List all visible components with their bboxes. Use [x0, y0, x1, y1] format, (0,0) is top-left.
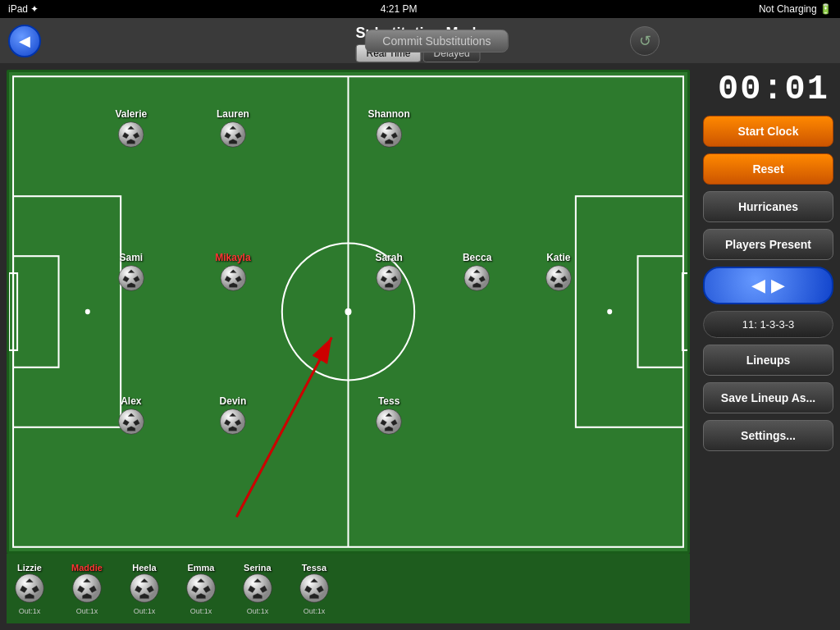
bench-player-ball-heela: [130, 573, 159, 606]
player-ball-mikayla: [220, 265, 246, 294]
bench-player-name-maddie: Maddie: [71, 563, 103, 573]
bench-player-heela[interactable]: Heela Out:1x: [130, 563, 159, 615]
content-area: Valerie Lauren: [0, 63, 840, 630]
bench-player-ball-serina: [243, 573, 272, 606]
bench-player-ball-emma: [186, 573, 216, 606]
player-sami[interactable]: Sami: [118, 252, 144, 294]
player-shannon[interactable]: Shannon: [368, 108, 409, 151]
player-lauren[interactable]: Lauren: [217, 108, 249, 151]
status-center: 4:21 PM: [381, 3, 418, 15]
svg-rect-10: [682, 273, 687, 350]
bench-player-serina[interactable]: Serina Out:1x: [243, 563, 272, 615]
player-name-becca: Becca: [463, 252, 491, 263]
bench-player-sub-emma: Out:1x: [190, 607, 212, 615]
save-lineup-button[interactable]: Save Lineup As...: [703, 382, 833, 413]
bench-player-sub-maddie: Out:1x: [76, 607, 98, 615]
player-ball-alex: [118, 409, 144, 438]
start-clock-button[interactable]: Start Clock: [703, 116, 833, 147]
svg-point-3: [345, 308, 351, 315]
bench-player-sub-tessa: Out:1x: [304, 607, 326, 615]
bench-player-sub-serina: Out:1x: [247, 607, 269, 615]
bench-player-ball-maddie: [72, 573, 102, 606]
player-name-tess: Tess: [378, 395, 399, 407]
main-container: Substitution Mode Real Time Delayed Comm…: [0, 18, 840, 630]
player-ball-tess: [376, 409, 402, 438]
bench-player-sub-heela: Out:1x: [134, 607, 156, 615]
svg-point-11: [607, 309, 612, 314]
svg-rect-9: [637, 256, 682, 368]
settings-button[interactable]: Settings...: [703, 420, 833, 451]
player-name-valerie: Valerie: [116, 108, 148, 120]
player-tess[interactable]: Tess: [376, 395, 402, 438]
player-ball-devin: [220, 409, 246, 438]
player-ball-sami: [118, 265, 144, 294]
header: Substitution Mode Real Time Delayed Comm…: [0, 18, 840, 63]
soccer-field: Valerie Lauren: [7, 70, 690, 554]
player-mikayla[interactable]: Mikayla: [215, 252, 250, 294]
player-ball-katie: [546, 265, 572, 294]
svg-rect-5: [13, 256, 58, 368]
bench-player-name-lizzie: Lizzie: [17, 563, 42, 573]
player-name-mikayla: Mikayla: [215, 252, 250, 263]
bench-player-name-tessa: Tessa: [302, 563, 326, 573]
svg-line-13: [236, 337, 331, 517]
field-container: Valerie Lauren: [0, 63, 696, 630]
player-name-sarah: Sarah: [375, 252, 402, 263]
player-name-lauren: Lauren: [217, 108, 249, 120]
status-left: iPad ✦: [8, 3, 39, 15]
player-name-devin: Devin: [220, 395, 247, 407]
player-ball-valerie: [118, 121, 144, 151]
timer-display: 00:01: [703, 70, 833, 109]
svg-rect-8: [576, 196, 683, 427]
formation-display: 11: 1-3-3-3: [703, 311, 833, 338]
player-ball-becca: [464, 265, 491, 294]
substitution-arrow: [9, 72, 687, 551]
direction-button[interactable]: ◀ ▶: [703, 267, 833, 304]
player-name-shannon: Shannon: [368, 108, 409, 120]
bench-player-name-heela: Heela: [132, 563, 156, 573]
bench-player-tessa[interactable]: Tessa Out:1x: [299, 563, 329, 615]
svg-rect-0: [13, 76, 683, 547]
player-ball-shannon: [376, 121, 402, 151]
reset-button[interactable]: Reset: [703, 153, 833, 185]
direction-icon: ◀ ▶: [751, 275, 784, 296]
player-ball-sarah: [376, 265, 402, 294]
player-ball-lauren: [220, 121, 246, 151]
svg-rect-4: [13, 196, 121, 427]
field-lines: [9, 72, 687, 551]
player-devin[interactable]: Devin: [220, 395, 247, 438]
bench-player-emma[interactable]: Emma Out:1x: [186, 563, 216, 615]
sidebar: 00:01 Start Clock Reset Hurricanes Playe…: [696, 63, 840, 630]
player-becca[interactable]: Becca: [463, 252, 491, 294]
bench-player-name-serina: Serina: [244, 563, 272, 573]
bench-area: Lizzie Out:1xMaddie: [7, 554, 690, 623]
player-sarah[interactable]: Sarah: [375, 252, 402, 294]
player-valerie[interactable]: Valerie: [116, 108, 148, 151]
status-bar: iPad ✦ 4:21 PM Not Charging 🔋: [0, 0, 840, 18]
svg-rect-6: [9, 273, 17, 350]
player-katie[interactable]: Katie: [546, 252, 572, 294]
status-right: Not Charging 🔋: [759, 3, 832, 15]
bench-player-name-emma: Emma: [187, 563, 214, 573]
player-name-katie: Katie: [546, 252, 570, 263]
commit-substitutions-button[interactable]: Commit Substitutions: [365, 30, 508, 52]
bench-player-lizzie[interactable]: Lizzie Out:1x: [15, 563, 44, 615]
bench-player-ball-tessa: [299, 573, 329, 606]
lineups-button[interactable]: Lineups: [703, 345, 833, 376]
bench-player-maddie[interactable]: Maddie Out:1x: [71, 563, 103, 615]
svg-point-7: [85, 309, 90, 314]
refresh-button[interactable]: ↺: [630, 26, 660, 56]
players-present-button[interactable]: Players Present: [703, 229, 833, 260]
team-button[interactable]: Hurricanes: [703, 191, 833, 222]
player-alex[interactable]: Alex: [118, 395, 144, 438]
bench-player-ball-lizzie: [15, 573, 44, 606]
player-name-alex: Alex: [121, 395, 141, 407]
player-name-sami: Sami: [120, 252, 144, 263]
bench-player-sub-lizzie: Out:1x: [19, 607, 41, 615]
back-button[interactable]: [8, 25, 41, 57]
